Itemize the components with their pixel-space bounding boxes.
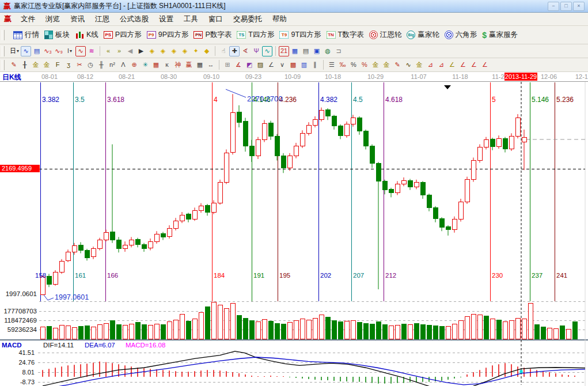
volume-bar[interactable] xyxy=(351,320,355,339)
candle[interactable] xyxy=(268,123,273,136)
candle[interactable] xyxy=(78,245,83,251)
candle[interactable] xyxy=(471,161,476,180)
volume-bar[interactable] xyxy=(199,313,203,339)
candle[interactable] xyxy=(211,203,216,212)
menu-item-7[interactable]: 窗口 xyxy=(203,13,228,25)
web-export-icon[interactable]: ◍ xyxy=(323,46,333,56)
volume-bar[interactable] xyxy=(167,322,172,339)
candle[interactable] xyxy=(294,146,298,156)
candle[interactable] xyxy=(344,124,349,135)
volume-bar[interactable] xyxy=(243,318,248,339)
wave-gold-icon[interactable]: ∿ xyxy=(403,60,414,70)
volume-bar[interactable] xyxy=(129,324,134,339)
candle[interactable] xyxy=(167,228,172,236)
candle[interactable] xyxy=(401,180,406,184)
menu-item-8[interactable]: 交易委托 xyxy=(228,13,267,25)
volume-bar[interactable] xyxy=(496,320,501,339)
gold-lines-icon[interactable]: 金 xyxy=(381,60,392,70)
star-burst-icon[interactable]: ✳ xyxy=(140,60,150,70)
menu-item-5[interactable]: 设置 xyxy=(154,13,179,25)
candle[interactable] xyxy=(325,109,330,116)
volume-bar[interactable] xyxy=(465,317,469,339)
candle[interactable] xyxy=(414,183,419,187)
candle[interactable] xyxy=(173,221,178,228)
candle[interactable] xyxy=(281,156,286,168)
volume-bar[interactable] xyxy=(363,324,368,339)
candle[interactable] xyxy=(40,277,45,294)
volume-bar[interactable] xyxy=(389,326,393,339)
kline-chart-canvas[interactable]: 3.3821583.51613.61816641844.1461914.2361… xyxy=(0,82,588,386)
volume-bar[interactable] xyxy=(319,315,324,339)
volume-bar[interactable] xyxy=(325,317,330,339)
step-forward-icon[interactable]: ▶ xyxy=(136,46,146,56)
ray-fan-icon[interactable]: ∡ xyxy=(233,60,244,70)
volume-bar[interactable] xyxy=(262,319,267,339)
candle[interactable] xyxy=(123,245,127,249)
fit-diamond-icon[interactable]: ◆ xyxy=(202,46,212,56)
step-back-icon[interactable]: ◀ xyxy=(125,46,135,56)
candle[interactable] xyxy=(218,183,222,203)
jump-first-icon[interactable]: « xyxy=(103,46,113,56)
volume-bar[interactable] xyxy=(547,328,552,339)
candle[interactable] xyxy=(116,240,121,249)
volume-bar[interactable] xyxy=(186,321,191,339)
candle[interactable] xyxy=(85,250,89,258)
candle[interactable] xyxy=(275,136,279,156)
candle[interactable] xyxy=(496,138,501,146)
candle-style-icon[interactable]: ǀ▾ xyxy=(65,46,75,56)
gann-fan-tool-icon[interactable]: Ψ xyxy=(251,46,261,56)
macd-title[interactable]: MACD xyxy=(2,342,22,349)
angle-ying-icon[interactable]: ∠ xyxy=(469,60,479,70)
draw-knife-icon[interactable]: ✂ xyxy=(74,60,85,70)
angle-measure-icon[interactable]: ∢ xyxy=(240,46,251,56)
compress-diamond-icon[interactable]: ◈ xyxy=(180,46,190,56)
grid-dense-red-icon[interactable]: ▩ xyxy=(288,60,298,70)
calculator-icon[interactable]: ▦ xyxy=(290,46,300,56)
volume-bar[interactable] xyxy=(338,322,343,339)
angle-f-icon[interactable]: ⊿ xyxy=(436,60,446,70)
candle[interactable] xyxy=(477,147,482,161)
candle[interactable] xyxy=(370,146,374,164)
price-ruler-icon[interactable]: ☰ xyxy=(327,60,337,70)
candle[interactable] xyxy=(142,244,146,249)
candle[interactable] xyxy=(515,118,520,136)
candle[interactable] xyxy=(186,214,191,220)
volume-bar[interactable] xyxy=(357,323,362,339)
menu-item-4[interactable]: 公式选股 xyxy=(115,13,154,25)
candle[interactable] xyxy=(363,131,368,146)
candle[interactable] xyxy=(395,184,400,192)
angle-gold-icon[interactable]: ∠ xyxy=(447,60,457,70)
candle[interactable] xyxy=(161,233,165,237)
candle[interactable] xyxy=(376,164,381,181)
volume-bar[interactable] xyxy=(97,324,102,339)
volume-bar[interactable] xyxy=(205,307,210,339)
candle[interactable] xyxy=(522,138,526,142)
candle[interactable] xyxy=(465,180,469,202)
menu-item-3[interactable]: 江恩 xyxy=(90,13,115,25)
expand-h-diamond-icon[interactable]: ◈ xyxy=(169,46,179,56)
candle[interactable] xyxy=(446,227,450,230)
toolbar-button-hexagon[interactable]: 六角形 xyxy=(445,30,477,40)
menu-item-0[interactable]: 文件 xyxy=(16,13,40,25)
candle[interactable] xyxy=(110,232,115,240)
candle[interactable] xyxy=(433,207,438,218)
volume-bar[interactable] xyxy=(490,319,495,339)
candle[interactable] xyxy=(382,181,387,190)
gann-box-icon[interactable]: ∿ xyxy=(75,46,86,56)
volume-bar[interactable] xyxy=(287,323,292,339)
volume-bar[interactable] xyxy=(78,326,83,339)
volume-bar[interactable] xyxy=(104,324,108,339)
center-diamond-icon[interactable]: ✦ xyxy=(191,46,201,56)
parallel-lines-icon[interactable]: ∥ xyxy=(310,60,320,70)
volume-bar[interactable] xyxy=(528,303,533,339)
volume-bar[interactable] xyxy=(294,320,298,339)
volume-bar[interactable] xyxy=(332,320,336,339)
trend-angle-icon[interactable]: ∠ xyxy=(266,60,276,70)
volume-bar[interactable] xyxy=(306,320,311,339)
crosshair-tool-icon[interactable]: ✚ xyxy=(229,46,240,56)
fan-box-dark-icon[interactable]: ▨ xyxy=(255,60,265,70)
volume-bar[interactable] xyxy=(154,324,159,339)
volume-bar[interactable] xyxy=(382,324,387,339)
box-frame-icon[interactable]: ⊞ xyxy=(222,60,233,70)
candle[interactable] xyxy=(249,146,254,156)
